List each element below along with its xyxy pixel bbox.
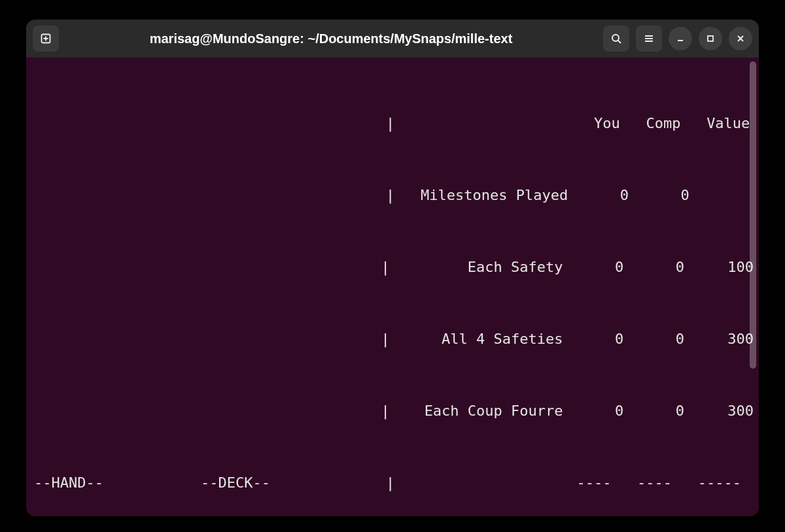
score-row-label: Each Safety — [468, 259, 563, 275]
score-hdr-comp: Comp — [646, 115, 680, 131]
score-you: 0 — [620, 187, 629, 203]
score-row-label: All 4 Safeties — [442, 331, 563, 347]
scrollbar[interactable] — [750, 61, 756, 369]
score-row-label: Each Coup Fourre — [425, 403, 563, 419]
svg-line-4 — [618, 41, 621, 43]
deck-header: --DECK-- — [201, 474, 270, 492]
svg-point-3 — [612, 35, 619, 41]
score-hdr-you: You — [594, 115, 620, 131]
score-hdr-value: Value — [706, 115, 750, 131]
maximize-button[interactable] — [699, 27, 722, 50]
window-title: marisag@MundoSangre: ~/Documents/MySnaps… — [64, 31, 598, 46]
terminal-content[interactable]: | You Comp Value | Milestones Played 0 0… — [26, 58, 759, 516]
score-dashes: ---- ---- ----- — [576, 474, 741, 491]
terminal-window: marisag@MundoSangre: ~/Documents/MySnaps… — [26, 20, 759, 516]
minimize-button[interactable] — [669, 27, 692, 50]
sep: | — [386, 115, 394, 131]
menu-button[interactable] — [636, 25, 662, 52]
score-row-label: Milestones Played — [421, 187, 568, 203]
titlebar: marisag@MundoSangre: ~/Documents/MySnaps… — [26, 20, 759, 58]
score-comp: 0 — [680, 187, 689, 203]
close-button[interactable] — [729, 27, 752, 50]
new-tab-button[interactable] — [33, 25, 59, 52]
svg-rect-9 — [708, 36, 713, 41]
search-button[interactable] — [603, 25, 629, 52]
hand-header: --HAND-- — [34, 474, 201, 492]
